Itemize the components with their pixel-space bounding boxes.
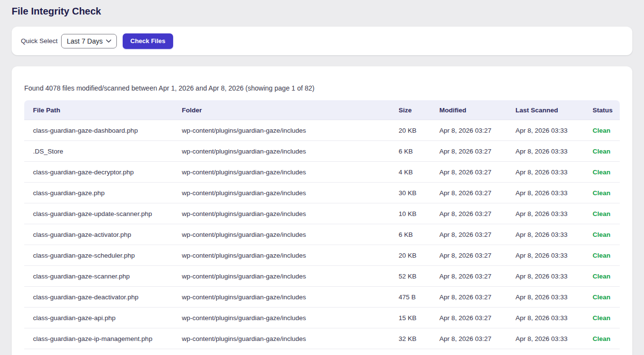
table-row: class-guardian-gaze-scheduler.php wp-con… [24, 245, 620, 266]
table-row: class-guardian-gaze-scanner.php wp-conte… [24, 266, 620, 287]
cell-status: Clean [584, 308, 620, 328]
table-body: class-guardian-gaze-dashboard.php wp-con… [24, 120, 620, 355]
cell-last-scanned: Apr 8, 2026 03:33 [507, 328, 584, 349]
cell-folder: wp-content/plugins/guardian-gaze/include… [173, 162, 390, 183]
cell-status: Clean [584, 141, 620, 162]
cell-file-path: class-guardian-gaze-scanner.php [24, 266, 173, 287]
cell-size: 10 KB [390, 203, 431, 224]
cell-last-scanned: Apr 8, 2026 03:33 [507, 245, 584, 266]
cell-folder: wp-content/plugins/guardian-gaze/include… [173, 328, 390, 349]
table-row: class-guardian-gaze-ip-management.php wp… [24, 328, 620, 349]
cell-status: Clean [584, 120, 620, 141]
cell-status: Clean [584, 266, 620, 287]
cell-status: Clean [584, 245, 620, 266]
cell-size: 15 KB [390, 308, 431, 328]
cell-size: 20 KB [390, 245, 431, 266]
cell-modified: Apr 8, 2026 03:27 [431, 328, 507, 349]
cell-modified: Apr 8, 2026 03:27 [431, 266, 507, 287]
table-row: class-guardian-gaze-dashboard.php wp-con… [24, 120, 620, 141]
table-header-row: File Path Folder Size Modified Last Scan… [24, 100, 620, 120]
cell-last-scanned: Apr 8, 2026 03:33 [507, 308, 584, 328]
cell-size: 20 KB [390, 120, 431, 141]
cell-last-scanned: Apr 8, 2026 03:33 [507, 287, 584, 308]
cell-last-scanned: Apr 8, 2026 03:33 [507, 183, 584, 203]
column-header-last-scanned: Last Scanned [507, 100, 584, 120]
cell-status: Clean [584, 183, 620, 203]
table-row: class-guardian-gaze-decryptor.php wp-con… [24, 162, 620, 183]
cell-folder: wp-content/plugins/guardian-gaze/include… [173, 203, 390, 224]
column-header-status: Status [584, 100, 620, 120]
chevron-down-icon [106, 39, 112, 43]
table-row: class-guardian-gaze-update-scanner.php w… [24, 203, 620, 224]
cell-folder: wp-content/plugins/guardian-gaze/include… [173, 266, 390, 287]
column-header-modified: Modified [431, 100, 507, 120]
table-row: class-guardian-gaze-activator.php wp-con… [24, 224, 620, 245]
column-header-size: Size [390, 100, 431, 120]
table-row: class-guardian-gaze.php wp-content/plugi… [24, 183, 620, 203]
cell-file-path: class-guardian-gaze.php [24, 183, 173, 203]
cell-modified: Apr 8, 2026 03:27 [431, 120, 507, 141]
cell-modified: Apr 8, 2026 03:27 [431, 162, 507, 183]
quick-select-card: Quick Select Last 7 Days Check Files [12, 27, 632, 55]
table-row: .DS_Store wp-content/plugins/guardian-ga… [24, 141, 620, 162]
cell-size: 6 KB [390, 224, 431, 245]
cell-last-scanned: Apr 8, 2026 03:33 [507, 120, 584, 141]
cell-folder: wp-content/plugins/guardian-gaze/include… [173, 287, 390, 308]
cell-size: 30 KB [390, 183, 431, 203]
cell-folder: wp-content/plugins/guardian-gaze/include… [173, 141, 390, 162]
cell-last-scanned: Apr 8, 2026 03:33 [507, 224, 584, 245]
cell-file-path: class-guardian-gaze-activator.php [24, 224, 173, 245]
table-row-partial [24, 349, 620, 355]
check-files-button[interactable]: Check Files [123, 33, 173, 49]
cell-size: 475 B [390, 287, 431, 308]
cell-file-path: class-guardian-gaze-scheduler.php [24, 245, 173, 266]
cell-modified: Apr 8, 2026 03:27 [431, 141, 507, 162]
cell-file-path: class-guardian-gaze-decryptor.php [24, 162, 173, 183]
cell-last-scanned: Apr 8, 2026 03:33 [507, 141, 584, 162]
cell-folder: wp-content/plugins/guardian-gaze/include… [173, 183, 390, 203]
cell-last-scanned: Apr 8, 2026 03:33 [507, 203, 584, 224]
cell-folder: wp-content/plugins/guardian-gaze/include… [173, 245, 390, 266]
cell-folder: wp-content/plugins/guardian-gaze/include… [173, 224, 390, 245]
page-title: File Integrity Check [12, 6, 632, 17]
cell-modified: Apr 8, 2026 03:27 [431, 203, 507, 224]
results-card: Found 4078 files modified/scanned betwee… [12, 66, 632, 355]
cell-file-path: .DS_Store [24, 141, 173, 162]
cell-size: 32 KB [390, 328, 431, 349]
cell-last-scanned: Apr 8, 2026 03:33 [507, 162, 584, 183]
quick-select-label: Quick Select [21, 37, 58, 45]
cell-file-path: class-guardian-gaze-ip-management.php [24, 328, 173, 349]
column-header-file-path: File Path [24, 100, 173, 120]
table-row: class-guardian-gaze-deactivator.php wp-c… [24, 287, 620, 308]
cell-modified: Apr 8, 2026 03:27 [431, 224, 507, 245]
cell-size: 6 KB [390, 141, 431, 162]
cell-size: 52 KB [390, 266, 431, 287]
cell-file-path: class-guardian-gaze-dashboard.php [24, 120, 173, 141]
cell-status: Clean [584, 287, 620, 308]
cell-file-path: class-guardian-gaze-api.php [24, 308, 173, 328]
cell-file-path: class-guardian-gaze-update-scanner.php [24, 203, 173, 224]
cell-status: Clean [584, 203, 620, 224]
quick-select-value: Last 7 Days [67, 37, 103, 45]
cell-status: Clean [584, 224, 620, 245]
cell-modified: Apr 8, 2026 03:27 [431, 287, 507, 308]
cell-modified: Apr 8, 2026 03:27 [431, 245, 507, 266]
cell-file-path: class-guardian-gaze-deactivator.php [24, 287, 173, 308]
quick-select-dropdown[interactable]: Last 7 Days [61, 34, 117, 48]
cell-status: Clean [584, 162, 620, 183]
cell-status: Clean [584, 328, 620, 349]
cell-folder: wp-content/plugins/guardian-gaze/include… [173, 308, 390, 328]
cell-size: 4 KB [390, 162, 431, 183]
column-header-folder: Folder [173, 100, 390, 120]
cell-folder: wp-content/plugins/guardian-gaze/include… [173, 120, 390, 141]
table-row: class-guardian-gaze-api.php wp-content/p… [24, 308, 620, 328]
cell-modified: Apr 8, 2026 03:27 [431, 183, 507, 203]
cell-last-scanned: Apr 8, 2026 03:33 [507, 266, 584, 287]
cell-modified: Apr 8, 2026 03:27 [431, 308, 507, 328]
results-summary: Found 4078 files modified/scanned betwee… [24, 84, 620, 92]
file-integrity-table: File Path Folder Size Modified Last Scan… [24, 100, 620, 355]
